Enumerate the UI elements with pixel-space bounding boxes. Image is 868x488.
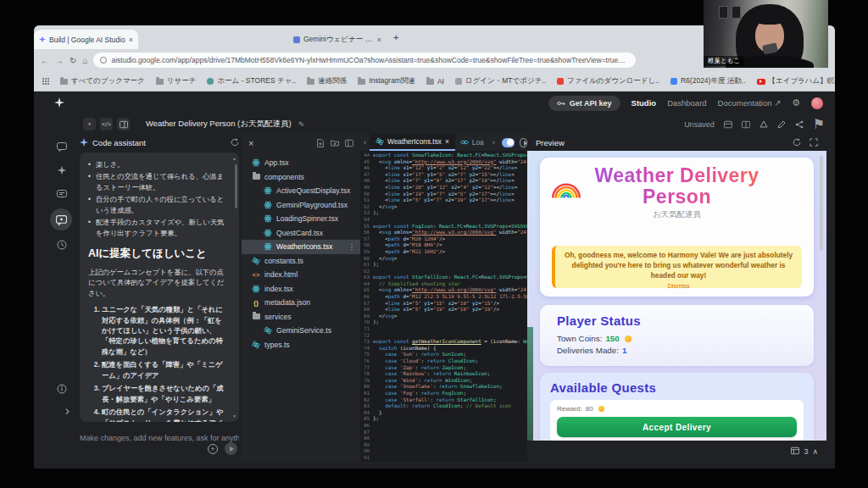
back-icon[interactable]: ← bbox=[41, 56, 49, 65]
grid-view-icon[interactable] bbox=[724, 120, 732, 129]
dismiss-button[interactable]: Dismiss bbox=[564, 282, 793, 290]
scroll-up-icon[interactable]: ▲ bbox=[232, 156, 236, 161]
file-tree-item[interactable]: <> {} index.html ⋮ bbox=[242, 268, 360, 282]
file-tree-item[interactable]: <> {} WeatherIcons.tsx ⋮ bbox=[242, 240, 360, 254]
share-icon[interactable] bbox=[795, 120, 804, 129]
tab-close-icon[interactable]: × bbox=[129, 36, 133, 44]
console-icon[interactable] bbox=[791, 446, 799, 457]
collapse-rail-icon[interactable]: › bbox=[60, 403, 75, 418]
editor-tab-2[interactable]: Loa bbox=[455, 138, 489, 147]
deliveries-value: 1 bbox=[622, 346, 626, 355]
code-assistant-rail-icon[interactable] bbox=[50, 208, 72, 230]
bookmark-item[interactable]: リサーチ bbox=[156, 76, 197, 86]
browser-tab[interactable]: Build | Google AI Studio × bbox=[34, 30, 138, 49]
file-tree-item[interactable]: <> {} services ⋮ bbox=[242, 310, 360, 324]
info-icon[interactable] bbox=[54, 381, 69, 396]
assistant-input-area: + bbox=[80, 429, 239, 458]
new-tab-button[interactable]: + bbox=[393, 33, 398, 42]
address-bar[interactable]: aistudio.google.com/app/apps/drive/17MbM… bbox=[93, 53, 636, 68]
code-line: 76 case 'Cloud': return CloudIcon; bbox=[360, 358, 527, 365]
bookmark-item[interactable]: 連絡関係 bbox=[307, 76, 347, 86]
file-tree-item[interactable]: <> {} types.ts ⋮ bbox=[242, 338, 360, 352]
collapse-console-icon[interactable]: ∧ bbox=[812, 447, 818, 456]
assistant-message[interactable]: ▲ 楽しさ。住民との交流を通じて得られる、心温まるストーリー体験。自分の手で町の… bbox=[80, 152, 239, 422]
file-tree-item[interactable]: <> {} LoadingSpinner.tsx ⋮ bbox=[242, 212, 360, 226]
file-tree-item[interactable]: <> {} App.tsx ⋮ bbox=[242, 156, 360, 170]
scroll-down-icon[interactable]: ▼ bbox=[232, 413, 236, 419]
auto-update-toggle[interactable] bbox=[502, 138, 515, 147]
preview-fullscreen-icon[interactable] bbox=[810, 135, 818, 150]
new-file-button[interactable]: + bbox=[83, 118, 96, 130]
tabs-scroll-left-icon[interactable]: ‹ bbox=[360, 138, 370, 147]
chat-panel-icon[interactable] bbox=[54, 139, 69, 153]
collapse-panel-icon[interactable] bbox=[345, 136, 353, 151]
feedback-flag-icon[interactable]: ⚑ bbox=[813, 116, 825, 132]
tab-close-icon[interactable]: × bbox=[377, 36, 381, 44]
bookmark-item[interactable]: ファイルのダウンロードし.. bbox=[557, 76, 659, 86]
code-line: 66 <path d="M12 2l2.5 5L19 9.5l-5 2.5L12… bbox=[360, 294, 527, 301]
file-tree-item[interactable]: <> {} constants.ts ⋮ bbox=[242, 254, 360, 269]
new-folder-icon[interactable] bbox=[331, 136, 339, 151]
edit-app-icon[interactable] bbox=[777, 120, 786, 129]
nav-documentation[interactable]: Documentation ↗ bbox=[718, 98, 782, 108]
attach-icon[interactable]: + bbox=[208, 444, 218, 454]
history-icon[interactable] bbox=[54, 237, 69, 252]
preview-refresh-icon[interactable] bbox=[793, 135, 801, 150]
home-icon[interactable]: ⌂ bbox=[82, 56, 87, 65]
kebab-menu-icon[interactable]: ⋮ bbox=[348, 242, 360, 251]
ai-studio-logo-icon[interactable] bbox=[54, 96, 64, 111]
site-info-icon[interactable] bbox=[100, 57, 107, 64]
send-button[interactable] bbox=[225, 442, 237, 455]
apps-grid-icon[interactable] bbox=[42, 78, 49, 85]
editor-tab-active[interactable]: WeatherIcons.tsx × bbox=[370, 134, 455, 151]
preview-panel: Preview bbox=[527, 134, 826, 462]
assistant-scrollbar[interactable] bbox=[235, 164, 237, 208]
code-editor[interactable]: 44export const SnowflakeIcon: React.FC<R… bbox=[360, 152, 527, 462]
close-file-tree-icon[interactable]: × bbox=[248, 138, 253, 148]
bookmark-item[interactable]: ログイン・MTでポジチ.. bbox=[455, 76, 546, 86]
file-tree-item[interactable]: <> {} index.tsx ⋮ bbox=[242, 282, 360, 297]
app-header: Get API key Studio Dashboard Documentati… bbox=[34, 92, 835, 114]
settings-gear-icon[interactable]: ⚙ bbox=[792, 97, 800, 108]
file-tree-item[interactable]: <> {} GeminiService.ts ⋮ bbox=[242, 324, 360, 338]
edit-title-icon[interactable]: ✎ bbox=[298, 120, 305, 129]
reload-icon[interactable]: ↻ bbox=[70, 56, 76, 65]
split-view-icon[interactable] bbox=[742, 120, 750, 129]
code-editor-panel: ‹ WeatherIcons.tsx × Loa › 44export cons… bbox=[360, 134, 527, 462]
assistant-input[interactable] bbox=[80, 434, 239, 442]
browser-tab[interactable]: Geminiウェビナー - プレゼンテーション × bbox=[288, 30, 387, 49]
get-api-key-button[interactable]: Get API key bbox=[548, 96, 620, 111]
file-tree-item[interactable]: <> {} ActiveQuestDisplay.tsx ⋮ bbox=[242, 184, 360, 198]
assistant-refresh-icon[interactable] bbox=[231, 138, 239, 147]
file-tree-item[interactable]: <> {} metadata.json ⋮ bbox=[242, 296, 360, 310]
file-tree-item[interactable]: <> {} QuestCard.tsx ⋮ bbox=[242, 226, 360, 241]
run-icon[interactable] bbox=[520, 138, 527, 147]
bookmark-item[interactable]: 【エイブラハム】瞑想 日.. bbox=[757, 76, 835, 86]
bookmark-item[interactable]: Instagram関連 bbox=[358, 76, 415, 86]
nav-studio[interactable]: Studio bbox=[632, 98, 657, 108]
folder-icon bbox=[252, 173, 260, 181]
code-line: 47 <line x1="17" y1="5" x2="7" y2="15"><… bbox=[360, 172, 527, 179]
code-line: 62 bbox=[360, 269, 527, 275]
accept-delivery-button[interactable]: Accept Delivery bbox=[557, 417, 797, 437]
forward-icon[interactable]: → bbox=[55, 56, 64, 65]
all-bookmarks[interactable]: すべてのブックマーク bbox=[60, 76, 145, 86]
bookmark-item[interactable]: AI bbox=[426, 77, 444, 86]
nav-dashboard[interactable]: Dashboard bbox=[667, 98, 706, 108]
assistant-numbered-item: ユニークな「天気の種類」と「それに対応する依頼」の具体例（例：「虹をかけてほしい… bbox=[102, 304, 229, 357]
preview-scrollbar[interactable] bbox=[820, 156, 823, 251]
comment-panel-icon[interactable] bbox=[54, 186, 69, 201]
code-view-button[interactable]: </> bbox=[100, 118, 113, 130]
spark-tools-icon[interactable] bbox=[54, 163, 69, 177]
assistant-bullet-list: 楽しさ。住民との交流を通じて得られる、心温まるストーリー体験。自分の手で町の人々… bbox=[88, 159, 229, 238]
panel-layout-button[interactable] bbox=[117, 118, 130, 130]
file-tree-item[interactable]: <> {} GeminiPlayground.tsx ⋮ bbox=[242, 198, 360, 213]
deploy-icon[interactable] bbox=[760, 120, 768, 129]
bookmark-item[interactable]: ホーム - STORES チャ.. bbox=[207, 76, 296, 86]
new-file-icon[interactable] bbox=[316, 136, 325, 151]
user-avatar[interactable] bbox=[811, 97, 823, 109]
bookmark-item[interactable]: R6(2024)年度 活動.. bbox=[670, 76, 746, 86]
file-tree-item[interactable]: <> {} components ⋮ bbox=[242, 170, 360, 185]
tabs-scroll-right-icon[interactable]: › bbox=[489, 138, 498, 147]
tab-close-icon[interactable]: × bbox=[445, 137, 449, 146]
